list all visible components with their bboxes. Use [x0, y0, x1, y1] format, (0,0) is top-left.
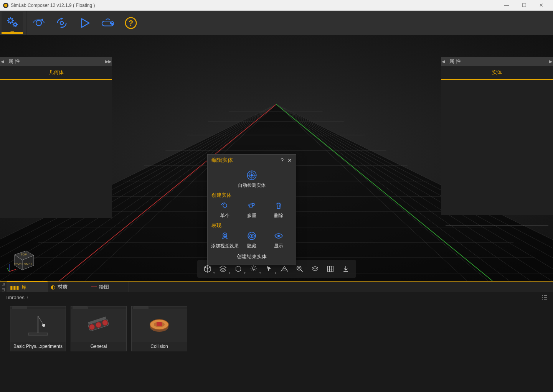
- view-cube[interactable]: TOP FRONT RIGHT: [7, 243, 38, 274]
- stack-tool[interactable]: [309, 262, 322, 275]
- download-icon: [342, 265, 350, 273]
- collapse-left-icon[interactable]: ◀: [442, 59, 445, 64]
- toggle-icon: ⊟: [2, 287, 5, 292]
- tab-drawing[interactable]: 〰 绘图: [88, 282, 129, 292]
- eye-icon: [274, 232, 283, 240]
- properties-panel-left: ◀ 属 性 ▶▶ 几何体: [0, 57, 112, 218]
- svg-point-46: [298, 267, 300, 269]
- tab-material[interactable]: ◐ 材质: [48, 282, 88, 292]
- gamepad-tool[interactable]: [97, 12, 119, 34]
- svg-point-32: [251, 235, 253, 237]
- view-cube-icon: TOP FRONT RIGHT: [7, 243, 38, 274]
- svg-text:TOP: TOP: [21, 253, 27, 256]
- panel-title-left: 属 性: [8, 58, 20, 65]
- grid-icon: [326, 265, 335, 273]
- coin-icon: [147, 315, 172, 336]
- settings-tool[interactable]: [2, 12, 23, 34]
- perspective-icon: [280, 265, 289, 273]
- tab-entity[interactable]: 实体: [441, 66, 553, 80]
- window-title: SimLab Composer 12 v12.1.9 ( Floating ): [11, 3, 498, 8]
- svg-point-50: [42, 324, 45, 327]
- dialog-title-text: 编辑实体: [211, 157, 233, 164]
- add-visual-effect-button[interactable]: 添加视觉效果: [213, 231, 237, 249]
- delete-entity-button[interactable]: 删除: [266, 200, 291, 219]
- help-tool[interactable]: ?: [120, 12, 142, 34]
- panel-header-right[interactable]: ◀ 属 性 ▶: [441, 57, 553, 66]
- rotate-tool[interactable]: [51, 12, 73, 34]
- svg-point-5: [110, 22, 111, 23]
- create-multi-button[interactable]: 多重: [239, 200, 264, 219]
- hide-label: 隐藏: [247, 243, 256, 249]
- medal-icon: [220, 231, 229, 240]
- svg-line-45: [300, 270, 302, 272]
- close-button[interactable]: ✕: [533, 0, 550, 11]
- cube-icon: [203, 264, 212, 273]
- svg-line-41: [9, 269, 16, 272]
- svg-point-28: [252, 203, 254, 206]
- svg-line-49: [38, 316, 44, 325]
- delete-label: 删除: [274, 212, 283, 219]
- viewport-3d[interactable]: ◀ 属 性 ▶▶ 几何体 ◀ 属 性 ▶ 实体 编辑实体: [0, 35, 553, 281]
- stack-icon: [311, 265, 319, 273]
- gears-icon: [5, 15, 19, 29]
- library-cards: Basic Phys...xperiments General Collisio…: [0, 302, 553, 392]
- collapse-left-icon[interactable]: ◀: [1, 59, 4, 64]
- folder-general[interactable]: General: [71, 306, 127, 351]
- dialog-close-button[interactable]: ✕: [287, 157, 292, 163]
- expand-right-icon[interactable]: ▶▶: [105, 59, 111, 64]
- svg-point-33: [277, 235, 280, 237]
- folder-collision[interactable]: Collision: [131, 306, 187, 351]
- box-icon: [234, 265, 243, 273]
- tab-geometry[interactable]: 几何体: [0, 66, 112, 80]
- list-options-icon: [541, 295, 548, 300]
- folder-thumb: [10, 309, 66, 342]
- folder-basic-physics[interactable]: Basic Phys...xperiments: [10, 306, 66, 351]
- folder-thumb: [132, 309, 187, 342]
- svg-text:?: ?: [129, 19, 133, 27]
- tab-material-label: 材质: [58, 283, 68, 290]
- properties-panel-right: ◀ 属 性 ▶ 实体: [441, 57, 553, 215]
- svg-point-1: [14, 23, 17, 26]
- layers-icon: [218, 264, 228, 273]
- show-button[interactable]: 显示: [266, 231, 291, 249]
- multi-orbit-icon: [247, 201, 256, 210]
- create-end-entity-button[interactable]: 创建结束实体: [211, 253, 292, 260]
- view-options-button[interactable]: [541, 295, 548, 300]
- sphere-icon: ◐: [51, 284, 55, 290]
- show-label: 显示: [274, 243, 283, 249]
- breadcrumb: Libraries /: [0, 292, 553, 302]
- panel-title-right: 属 性: [449, 58, 461, 65]
- svg-line-42: [7, 268, 9, 272]
- svg-text:RIGHT: RIGHT: [24, 262, 33, 265]
- grid-tool[interactable]: [324, 262, 337, 275]
- expand-right-icon[interactable]: ▶: [549, 59, 552, 64]
- panel-header-left[interactable]: ◀ 属 性 ▶▶: [0, 57, 112, 66]
- panel-toggle-icons[interactable]: ⊞ ⊟: [0, 282, 7, 292]
- play-tool[interactable]: [74, 12, 96, 34]
- dialog-help-button[interactable]: ?: [281, 157, 284, 163]
- multi-label: 多重: [247, 212, 256, 219]
- tab-library[interactable]: ▮▮▮ 库: [7, 282, 48, 292]
- gamepad-icon: [101, 18, 115, 28]
- eye-hide-icon: [247, 231, 257, 241]
- orbit-tool[interactable]: [28, 12, 50, 34]
- maximize-button[interactable]: ☐: [515, 0, 533, 11]
- svg-point-43: [252, 267, 255, 270]
- dialog-titlebar[interactable]: 编辑实体 ? ✕: [208, 155, 296, 166]
- breadcrumb-separator: /: [27, 295, 28, 300]
- trash-icon: [274, 201, 283, 210]
- folder-caption: General: [71, 342, 126, 351]
- section-create-entity: 创建实体: [211, 192, 292, 199]
- engine-icon: [83, 315, 114, 336]
- download-tool[interactable]: [339, 262, 352, 275]
- folder-caption: Basic Phys...xperiments: [10, 342, 66, 351]
- single-label: 单个: [220, 212, 229, 219]
- hide-button[interactable]: 隐藏: [239, 231, 264, 249]
- svg-point-44: [297, 266, 301, 270]
- orbit-icon: [32, 16, 45, 30]
- auto-detect-entity-button[interactable]: 自动检测实体: [239, 170, 264, 189]
- breadcrumb-root[interactable]: Libraries: [5, 295, 25, 300]
- create-single-button[interactable]: 单个: [213, 200, 237, 219]
- svg-point-3: [60, 21, 64, 25]
- minimize-button[interactable]: —: [498, 0, 515, 11]
